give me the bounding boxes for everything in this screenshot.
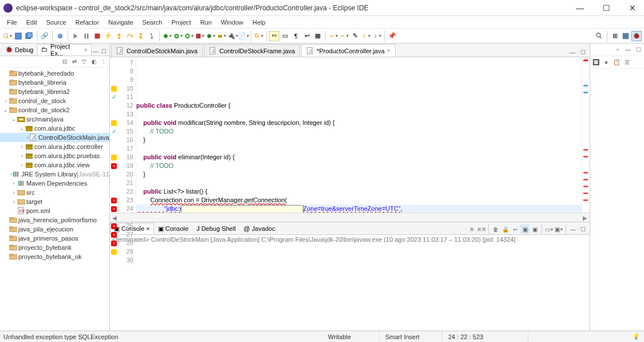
- pin-editor-button[interactable]: 📌: [387, 31, 397, 41]
- twisty-icon[interactable]: ›: [18, 153, 25, 159]
- tree-node[interactable]: ⌄src/main/java: [0, 115, 109, 124]
- expressions-view-button[interactable]: 📋: [612, 58, 621, 67]
- tree-node[interactable]: bytebank_libreria: [0, 78, 109, 87]
- editor-maximize-button[interactable]: ☐: [578, 48, 587, 57]
- horizontal-scrollbar[interactable]: ◀ ▶: [110, 213, 590, 222]
- tree-node[interactable]: xmlpom.xml: [0, 206, 109, 215]
- project-tree[interactable]: bytebank_heredadobytebank_libreriabyteba…: [0, 68, 109, 331]
- filter-button[interactable]: ▽: [80, 57, 89, 66]
- menu-edit[interactable]: Edit: [22, 18, 42, 27]
- tree-node[interactable]: ›com.alura.jdbc.pruebas: [0, 151, 109, 160]
- show-whitespace-button[interactable]: ¶: [291, 31, 301, 41]
- back-button[interactable]: [361, 31, 371, 41]
- prev-annotation-button[interactable]: [339, 31, 349, 41]
- code-editor[interactable]: ×Unhandled exception type SQLException 2…: [136, 57, 582, 213]
- run-button[interactable]: [173, 31, 183, 41]
- remove-launch-button[interactable]: ✖: [467, 225, 476, 234]
- view-minimize-button[interactable]: —: [92, 46, 100, 56]
- selection-mode-button[interactable]: ▦: [313, 31, 323, 41]
- menu-navigate[interactable]: Navigate: [104, 18, 137, 27]
- tree-node[interactable]: bytebank_libreria2: [0, 87, 109, 96]
- tree-node[interactable]: ⌄control_de_stock2: [0, 105, 109, 115]
- menu-help[interactable]: Help: [248, 18, 270, 27]
- tree-node[interactable]: proyecto_bytebank: [0, 243, 109, 252]
- twisty-icon[interactable]: ›: [2, 98, 9, 104]
- tree-node[interactable]: ⌄com.alura.jdbc: [0, 124, 109, 133]
- menu-window[interactable]: Window: [216, 18, 248, 27]
- debug-shell-tab[interactable]: JDebug Shell: [192, 223, 239, 234]
- toggle-breadcrumb-button[interactable]: 🔗: [39, 31, 50, 41]
- twisty-icon[interactable]: ›: [10, 199, 17, 205]
- new-plugin-button[interactable]: 🔌: [227, 31, 238, 41]
- view-menu-button[interactable]: ⋮: [99, 57, 108, 66]
- step-over-button[interactable]: [125, 31, 135, 41]
- tree-node[interactable]: java_herencia_polimorfismo: [0, 215, 109, 225]
- twisty-icon[interactable]: ⌄: [2, 107, 9, 113]
- forward-button[interactable]: [372, 31, 382, 41]
- minimize-button[interactable]: —: [572, 2, 588, 14]
- tree-node[interactable]: proyecto_bytebank_ok: [0, 252, 109, 261]
- tree-node[interactable]: ›control_de_stock: [0, 96, 109, 105]
- disconnect-button[interactable]: ⚡: [103, 31, 113, 41]
- tip-icon[interactable]: 💡: [631, 332, 641, 341]
- open-perspective-button[interactable]: ⊞: [610, 31, 620, 41]
- debug-button[interactable]: [162, 31, 172, 41]
- display-selected-button[interactable]: ▭: [544, 225, 554, 234]
- menu-refactor[interactable]: Refactor: [71, 18, 104, 27]
- maximize-button[interactable]: ☐: [598, 2, 614, 14]
- java-perspective-button[interactable]: [621, 31, 631, 41]
- menu-file[interactable]: File: [2, 18, 22, 27]
- tree-node[interactable]: ›Maven Dependencies: [0, 179, 109, 188]
- save-button[interactable]: [13, 31, 23, 41]
- menu-run[interactable]: Run: [196, 18, 216, 27]
- menu-project[interactable]: Project: [167, 18, 195, 27]
- close-icon[interactable]: ×: [146, 225, 149, 232]
- menu-source[interactable]: Source: [42, 18, 71, 27]
- close-icon[interactable]: ×: [84, 47, 88, 53]
- open-type-button[interactable]: 📄: [238, 31, 248, 41]
- run-external-button[interactable]: [195, 31, 205, 41]
- tree-node[interactable]: ›JControlDeStockMain.java: [0, 133, 109, 142]
- new-java-class-button[interactable]: [206, 31, 216, 41]
- toggle-block-button[interactable]: ▭: [280, 31, 290, 41]
- outline-view-button[interactable]: ☰: [622, 58, 631, 67]
- javadoc-tab[interactable]: @Javadoc: [240, 223, 279, 234]
- view-tab-project-explorer[interactable]: 🗀 Project Ex... ×: [37, 44, 91, 56]
- remove-all-button[interactable]: ✖✖: [477, 225, 486, 234]
- twisty-icon[interactable]: ›: [18, 144, 25, 150]
- pin-console-button[interactable]: ▣: [530, 225, 539, 234]
- overview-ruler[interactable]: [582, 57, 590, 213]
- close-icon[interactable]: ×: [387, 48, 390, 54]
- toggle-mark-button[interactable]: ✏: [269, 31, 279, 41]
- tree-node[interactable]: ›com.alura.jdbc.controller: [0, 142, 109, 151]
- tree-node[interactable]: ›target: [0, 197, 109, 206]
- search-button[interactable]: [254, 31, 264, 41]
- tree-node[interactable]: java_pila_ejecucion: [0, 225, 109, 234]
- twisty-icon[interactable]: ⌄: [18, 125, 25, 131]
- console-minimize-button[interactable]: —: [568, 225, 578, 234]
- skip-breakpoints-button[interactable]: [55, 31, 65, 41]
- tree-node[interactable]: ›JRE System Library [JavaSE-11]: [0, 170, 109, 179]
- scroll-lock-button[interactable]: 🔒: [501, 225, 510, 234]
- console-maximize-button[interactable]: ☐: [578, 225, 587, 234]
- editor-minimize-button[interactable]: —: [568, 48, 577, 57]
- step-into-button[interactable]: [114, 31, 124, 41]
- open-console-button[interactable]: ▣: [554, 225, 563, 234]
- line-number-gutter[interactable]: 7891011121314151617181920212223242526272…: [118, 57, 136, 213]
- suspend-button[interactable]: [81, 31, 92, 41]
- access-search-button[interactable]: [594, 31, 605, 41]
- next-annotation-button[interactable]: [328, 31, 338, 41]
- trim-maximize-button[interactable]: ☐: [634, 45, 643, 54]
- clear-console-button[interactable]: 🗑: [491, 225, 500, 234]
- drop-to-frame-button[interactable]: ⤵: [147, 31, 157, 41]
- step-return-button[interactable]: [136, 31, 146, 41]
- word-wrap-button[interactable]: ↩: [511, 225, 520, 234]
- resume-button[interactable]: [70, 31, 81, 41]
- new-button[interactable]: [2, 31, 13, 41]
- toggle-word-wrap-button[interactable]: ↩: [302, 31, 312, 41]
- marker-column[interactable]: ✓✓×××××××: [110, 57, 118, 213]
- show-console-button[interactable]: ▣: [520, 225, 530, 234]
- twisty-icon[interactable]: ›: [10, 180, 17, 186]
- debug-perspective-button[interactable]: 🐞: [631, 31, 642, 41]
- console-output[interactable]: <terminated> ControlDeStockMain [Java Ap…: [110, 235, 590, 331]
